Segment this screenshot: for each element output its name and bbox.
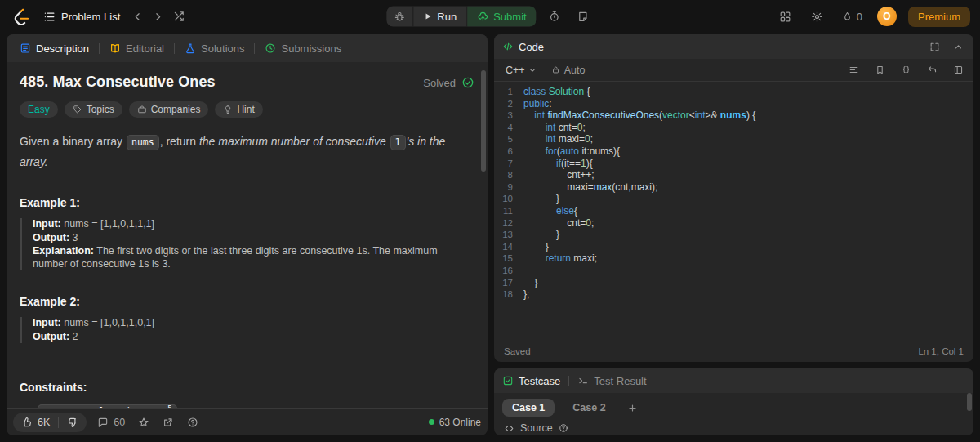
solved-badge[interactable]: Solved [423, 76, 474, 89]
next-problem-button[interactable] [149, 7, 167, 26]
share-button[interactable] [157, 413, 180, 432]
example-row: Output: 3 [33, 232, 474, 245]
case-1-tab[interactable]: Case 1 [502, 399, 555, 417]
line-number: 8 [494, 169, 523, 181]
premium-button[interactable]: Premium [908, 7, 970, 27]
topics-label: Topics [87, 104, 114, 115]
code-line[interactable]: 2public: [494, 98, 973, 110]
description-scrollbar[interactable] [481, 70, 486, 172]
code-line[interactable]: 15 return maxi; [494, 252, 973, 265]
companies-chip[interactable]: Companies [129, 101, 209, 118]
code-line[interactable]: 10 } [494, 193, 973, 205]
star-button[interactable] [132, 413, 155, 432]
tab-separator [254, 43, 255, 54]
case-2-tab[interactable]: Case 2 [563, 399, 615, 417]
code-line[interactable]: 8 cnt++; [494, 169, 973, 181]
streak-button[interactable]: 0 [839, 7, 866, 26]
help-button[interactable] [181, 413, 204, 432]
bookmark-icon[interactable] [873, 63, 887, 77]
comment-count: 60 [114, 417, 125, 428]
example-key: Explanation: [33, 245, 94, 257]
tab-description-label: Description [36, 42, 89, 55]
note-icon[interactable] [573, 7, 594, 27]
tab-test-result[interactable]: Test Result [577, 375, 646, 387]
tab-submissions[interactable]: Submissions [258, 39, 348, 58]
tab-editorial[interactable]: Editorial [103, 39, 171, 58]
solutions-icon [185, 42, 196, 54]
line-number: 17 [494, 277, 523, 289]
prev-problem-button[interactable] [128, 7, 147, 26]
text-segment: 1 [390, 135, 406, 150]
maximize-icon[interactable] [951, 63, 965, 77]
run-button[interactable]: Run [413, 7, 467, 27]
avatar[interactable]: O [877, 7, 897, 26]
debug-button[interactable] [386, 7, 413, 27]
problem-list-button[interactable]: Problem List [37, 7, 127, 27]
tab-editorial-label: Editorial [126, 42, 164, 55]
thumb-down-icon [67, 417, 78, 428]
streak-count: 0 [857, 11, 862, 23]
flame-icon [842, 11, 853, 23]
code-line[interactable]: 14 } [494, 241, 973, 253]
line-number: 5 [494, 133, 523, 145]
tab-description[interactable]: Description [13, 39, 96, 58]
top-navbar: Problem List [0, 0, 980, 33]
constraints-list: 1 <= nums.length <= 105 nums[i] is eithe… [20, 404, 474, 408]
example-row: Explanation: The first two digits or the… [33, 245, 474, 270]
navbar-center: Run Submit [386, 7, 593, 27]
submit-button[interactable]: Submit [467, 7, 536, 27]
gear-icon[interactable] [807, 7, 827, 27]
format-icon[interactable] [847, 63, 861, 77]
code-line[interactable]: 3 int findMaxConsecutiveOnes(vector<int>… [494, 109, 973, 122]
code-line[interactable]: 17 } [494, 277, 973, 289]
code-line[interactable]: 4 int cnt=0; [494, 122, 973, 134]
tab-code[interactable]: Code [502, 41, 544, 53]
topics-chip[interactable]: Topics [65, 101, 122, 118]
source-label: Source [520, 422, 553, 434]
tab-testcase[interactable]: Testcase [502, 375, 560, 387]
text-segment: 5 [167, 404, 176, 408]
grid-layout-icon[interactable] [775, 7, 795, 27]
tab-separator [174, 43, 175, 54]
code-editor[interactable]: 1class Solution {2public:3 int findMaxCo… [494, 82, 973, 341]
code-line[interactable]: 6 for(auto it:nums){ [494, 145, 973, 158]
difficulty-badge[interactable]: Easy [20, 101, 58, 118]
code-line[interactable]: 7 if(it==1){ [494, 158, 973, 170]
leetcode-logo[interactable] [10, 4, 35, 29]
code-line[interactable]: 18}; [494, 288, 973, 301]
testcase-scrollbar[interactable] [967, 393, 972, 411]
tag-icon [73, 105, 82, 114]
check-square-icon [502, 375, 514, 386]
chevron-up-icon[interactable] [951, 40, 965, 54]
bulb-icon [223, 105, 233, 114]
line-number: 13 [494, 229, 523, 241]
dislike-button[interactable] [59, 413, 87, 432]
code-line[interactable]: 5 int maxi=0; [494, 133, 973, 145]
like-button[interactable]: 6K [13, 413, 58, 432]
braces-icon[interactable] [899, 63, 913, 77]
auto-toggle[interactable]: Auto [551, 65, 586, 76]
code-line[interactable]: 1class Solution { [494, 86, 973, 98]
run-label: Run [437, 11, 457, 23]
shuffle-icon[interactable] [169, 7, 189, 26]
code-line[interactable]: 11 else{ [494, 205, 973, 217]
tab-solutions[interactable]: Solutions [178, 39, 251, 58]
add-case-button[interactable] [624, 400, 641, 417]
code-line[interactable]: 9 maxi=max(cnt,maxi); [494, 181, 973, 194]
code-line[interactable]: 13 } [494, 229, 973, 241]
language-selector[interactable]: C++ [502, 62, 540, 78]
code-line[interactable]: 12 cnt=0; [494, 217, 973, 230]
expand-icon[interactable] [928, 40, 942, 54]
example-1-label: Example 1: [20, 196, 474, 209]
undo-icon[interactable] [925, 63, 939, 77]
code-line[interactable]: 16 [494, 265, 973, 277]
example-value: The first two digits or the last three d… [33, 245, 438, 270]
hint-chip[interactable]: Hint [215, 101, 262, 118]
source-row[interactable]: Source [494, 419, 973, 435]
auto-label: Auto [564, 65, 586, 76]
timer-icon[interactable] [545, 7, 565, 27]
comments-button[interactable]: 60 [91, 413, 131, 432]
description-tabbar: Description Editorial Solutions [7, 34, 488, 62]
language-label: C++ [506, 65, 525, 76]
example-value: nums = [1,1,0,1,1,1] [61, 218, 154, 230]
